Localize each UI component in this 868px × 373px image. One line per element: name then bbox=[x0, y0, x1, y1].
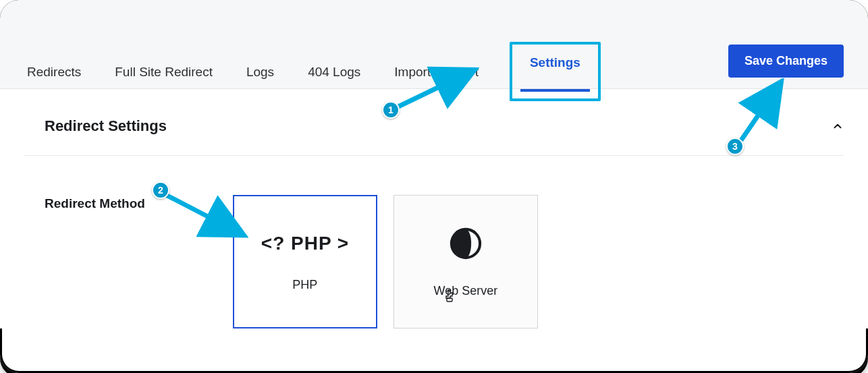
tab-redirects[interactable]: Redirects bbox=[24, 61, 84, 101]
svg-line-5 bbox=[741, 85, 779, 140]
annotation-arrow-2 bbox=[161, 189, 248, 243]
cursor-icon bbox=[443, 289, 456, 307]
method-tile-web-server[interactable]: Web Server bbox=[394, 195, 538, 328]
tab-full-site-redirect[interactable]: Full Site Redirect bbox=[112, 61, 215, 101]
svg-line-4 bbox=[165, 194, 240, 233]
redirect-method-row: Redirect Method <? PHP > PHP bbox=[24, 156, 844, 328]
tab-404-logs[interactable]: 404 Logs bbox=[305, 61, 363, 101]
tab-logs[interactable]: Logs bbox=[244, 61, 277, 101]
annotation-arrow-3 bbox=[733, 78, 801, 147]
method-tile-php[interactable]: <? PHP > PHP bbox=[233, 195, 377, 328]
svg-line-3 bbox=[396, 71, 471, 108]
save-changes-button[interactable]: Save Changes bbox=[728, 45, 844, 78]
svg-rect-6 bbox=[447, 298, 452, 302]
annotation-arrow-1 bbox=[391, 63, 479, 115]
annotation-callout-2: 2 bbox=[152, 181, 169, 199]
tab-settings[interactable]: Settings bbox=[527, 51, 583, 92]
panel-title: Redirect Settings bbox=[45, 117, 167, 135]
svg-text:<? PHP >: <? PHP > bbox=[261, 233, 349, 254]
annotation-callout-3: 3 bbox=[726, 138, 744, 155]
annotation-highlight-settings: Settings bbox=[510, 42, 601, 101]
method-tiles: <? PHP > PHP Web Server bbox=[233, 195, 538, 328]
method-tile-php-label: PHP bbox=[292, 278, 317, 292]
tab-list: Redirects Full Site Redirect Logs 404 Lo… bbox=[24, 49, 601, 113]
php-code-icon: <? PHP > bbox=[254, 232, 356, 255]
annotation-callout-1: 1 bbox=[382, 101, 400, 119]
redirect-method-label: Redirect Method bbox=[45, 196, 145, 211]
chevron-up-icon bbox=[832, 120, 844, 132]
globe-icon bbox=[448, 226, 483, 261]
